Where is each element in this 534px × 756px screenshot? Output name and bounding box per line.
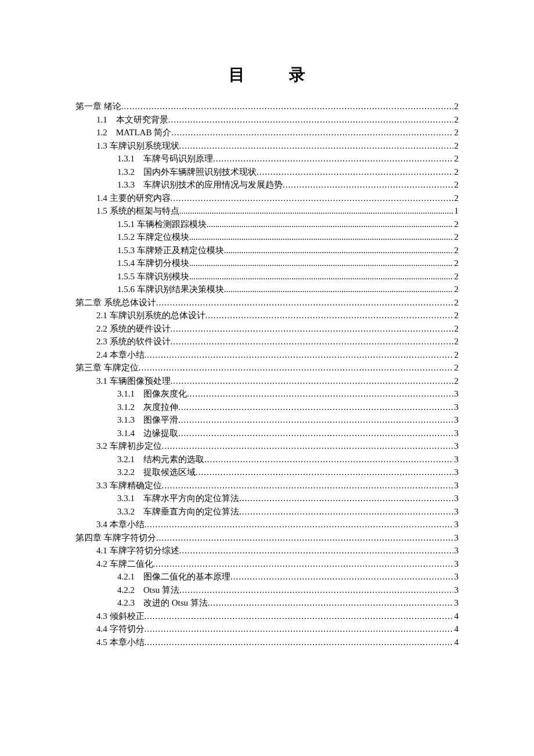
toc-entry-label: 4.3 倾斜校正 bbox=[96, 610, 145, 623]
toc-entry: 3.1 车辆图像预处理 2 bbox=[96, 375, 459, 388]
toc-entry-label: 1.3.1 车牌号码识别原理 bbox=[117, 152, 213, 165]
toc-leader bbox=[156, 531, 453, 545]
toc-leader bbox=[239, 505, 453, 519]
toc-entry-page: 4 bbox=[453, 636, 459, 649]
toc-entry-page: 2 bbox=[453, 152, 459, 165]
toc-entry: 1.5.1 车辆检测跟踪模块2 bbox=[117, 218, 459, 231]
toc-entry-label: 1.2 MATLAB 简介 bbox=[96, 126, 171, 139]
toc-leader bbox=[145, 622, 453, 636]
toc-entry-page: 3 bbox=[453, 401, 459, 414]
toc-entry-page: 4 bbox=[453, 622, 459, 636]
toc-leader bbox=[153, 557, 453, 571]
toc-entry: 1.3.3 车牌识别技术的应用情况与发展趋势2 bbox=[117, 178, 459, 192]
toc-entry: 3.2.2 提取候选区域3 bbox=[117, 466, 459, 479]
toc-entry-page: 3 bbox=[453, 492, 459, 505]
toc-leader bbox=[139, 361, 453, 375]
toc-entry: 4.4 字符切分 4 bbox=[96, 622, 459, 636]
toc-entry-page: 3 bbox=[453, 413, 459, 427]
toc-leader bbox=[189, 270, 453, 283]
toc-entry-label: 4.5 本章小结 bbox=[96, 636, 145, 649]
toc-entry-page: 3 bbox=[453, 518, 459, 531]
page-title: 目 录 bbox=[75, 64, 459, 86]
toc-entry: 1.1 本文研究背景 2 bbox=[96, 113, 459, 127]
toc-leader bbox=[179, 204, 453, 218]
toc-entry-label: 1.3 车牌识别系统现状 bbox=[96, 139, 179, 153]
toc-entry-label: 1.5.2 车牌定位模块 bbox=[117, 231, 189, 244]
toc-leader bbox=[239, 492, 453, 505]
toc-entry: 2.1 车牌识别系统的总体设计 2 bbox=[96, 309, 459, 322]
toc-entry-page: 3 bbox=[453, 584, 459, 597]
toc-entry: 第二章 系统总体设计2 bbox=[75, 296, 459, 309]
toc-leader bbox=[162, 440, 453, 453]
toc-entry: 3.3.2 车牌垂直方向的定位算法3 bbox=[117, 505, 459, 519]
toc-entry-label: 3.2.2 提取候选区域 bbox=[117, 466, 196, 479]
toc-entry: 1.5.4 车牌切分模块2 bbox=[117, 257, 459, 270]
toc-entry-label: 1.3.2 国内外车辆牌照识别技术现状 bbox=[117, 165, 257, 179]
toc-entry-label: 1.5 系统的框架与特点 bbox=[96, 204, 179, 218]
toc-leader bbox=[204, 453, 453, 466]
toc-entry-label: 1.5.1 车辆检测跟踪模块 bbox=[117, 218, 207, 231]
toc-entry-page: 3 bbox=[453, 544, 459, 557]
toc-entry: 3.1.1 图像灰度化3 bbox=[117, 387, 459, 401]
toc-entry: 3.1.2 灰度拉伸3 bbox=[117, 401, 459, 414]
toc-entry: 3.3 车牌精确定位 3 bbox=[96, 479, 459, 492]
toc-entry-label: 3.2 车牌初步定位 bbox=[96, 440, 162, 453]
toc-leader bbox=[171, 335, 453, 348]
toc-entry-page: 2 bbox=[453, 100, 459, 113]
toc-entry: 4.2.2 Otsu 算法3 bbox=[117, 584, 459, 597]
toc-entry-page: 3 bbox=[453, 596, 459, 610]
toc-leader bbox=[178, 413, 453, 427]
toc-entry: 3.1.4 边缘提取3 bbox=[117, 427, 459, 440]
toc-entry: 1.5 系统的框架与特点1 bbox=[96, 204, 459, 218]
table-of-contents: 第一章 绪论21.1 本文研究背景 21.2 MATLAB 简介21.3 车牌识… bbox=[75, 100, 459, 649]
toc-entry-label: 2.4 本章小结 bbox=[96, 348, 145, 362]
toc-leader bbox=[230, 570, 453, 584]
toc-entry: 4.2 车牌二值化 3 bbox=[96, 557, 459, 571]
toc-entry-label: 4.2 车牌二值化 bbox=[96, 557, 153, 571]
toc-entry-label: 3.1.4 边缘提取 bbox=[117, 427, 178, 440]
toc-leader bbox=[283, 178, 453, 192]
toc-entry: 1.3 车牌识别系统现状 2 bbox=[96, 139, 459, 153]
toc-leader bbox=[189, 257, 453, 270]
toc-entry-page: 2 bbox=[453, 335, 459, 348]
toc-entry-label: 2.3 系统的软件设计 bbox=[96, 335, 171, 348]
toc-entry: 4.3 倾斜校正 4 bbox=[96, 610, 459, 623]
toc-leader bbox=[189, 231, 453, 244]
toc-entry-page: 3 bbox=[453, 387, 459, 401]
toc-entry-label: 第一章 绪论 bbox=[75, 100, 121, 113]
toc-entry-page: 2 bbox=[453, 113, 459, 127]
toc-leader bbox=[179, 544, 453, 557]
toc-entry-page: 2 bbox=[453, 126, 459, 139]
toc-entry-label: 第二章 系统总体设计 bbox=[75, 296, 156, 309]
toc-entry-page: 2 bbox=[453, 178, 459, 192]
toc-entry-page: 2 bbox=[453, 361, 459, 375]
toc-entry-page: 2 bbox=[453, 165, 459, 179]
toc-entry-page: 2 bbox=[453, 322, 459, 336]
toc-entry-page: 2 bbox=[453, 257, 459, 270]
toc-entry-label: 3.3 车牌精确定位 bbox=[96, 479, 162, 492]
toc-entry-label: 3.4 本章小结 bbox=[96, 518, 145, 531]
toc-entry: 1.2 MATLAB 简介2 bbox=[96, 126, 459, 139]
toc-leader bbox=[171, 192, 453, 205]
toc-entry-page: 2 bbox=[453, 348, 459, 362]
toc-leader bbox=[178, 401, 453, 414]
toc-leader bbox=[145, 518, 453, 531]
toc-leader bbox=[121, 100, 453, 113]
toc-leader bbox=[178, 427, 453, 440]
toc-entry-label: 3.1.3 图像平滑 bbox=[117, 413, 178, 427]
toc-entry: 3.4 本章小结 3 bbox=[96, 518, 459, 531]
toc-leader bbox=[171, 322, 453, 336]
toc-entry-label: 4.2.1 图像二值化的基本原理 bbox=[117, 570, 230, 584]
toc-entry-label: 4.2.2 Otsu 算法 bbox=[117, 584, 179, 597]
toc-leader bbox=[224, 283, 453, 296]
toc-entry: 3.2 车牌初步定位 3 bbox=[96, 440, 459, 453]
toc-leader bbox=[179, 139, 453, 153]
toc-leader bbox=[213, 152, 453, 165]
toc-leader bbox=[145, 348, 453, 362]
toc-entry: 4.2.3 改进的 Otsu 算法3 bbox=[117, 596, 459, 610]
toc-entry: 2.4 本章小结 2 bbox=[96, 348, 459, 362]
toc-entry-label: 3.3.2 车牌垂直方向的定位算法 bbox=[117, 505, 239, 519]
toc-leader bbox=[205, 309, 453, 322]
toc-entry-page: 4 bbox=[453, 610, 459, 623]
toc-entry-page: 2 bbox=[453, 244, 459, 257]
